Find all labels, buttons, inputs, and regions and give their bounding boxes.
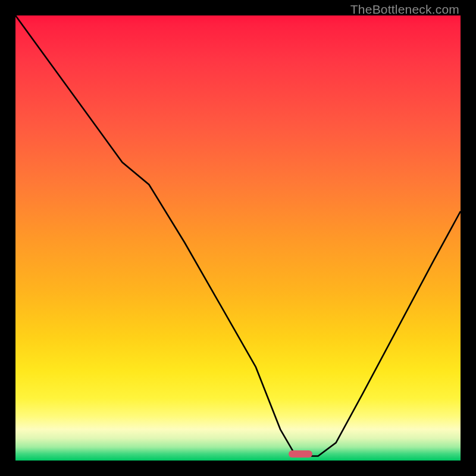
optimum-marker — [289, 450, 312, 458]
plot-area — [15, 15, 461, 461]
chart-frame: TheBottleneck.com — [0, 0, 476, 476]
bottleneck-curve — [15, 15, 461, 461]
watermark-text: TheBottleneck.com — [350, 2, 459, 17]
